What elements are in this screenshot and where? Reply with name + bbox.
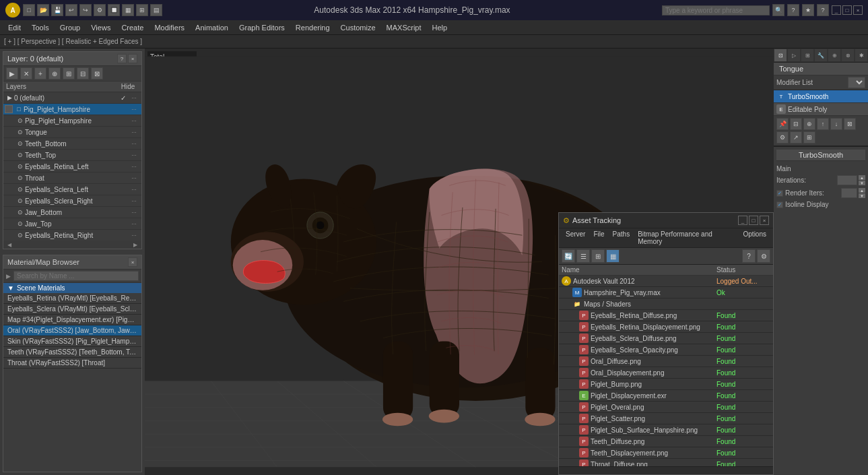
mat-item[interactable]: Skin (VRayFastSSS2) [Pig_Piglet_Hampshir… xyxy=(3,336,141,347)
layer-item[interactable]: ⊙ Jaw_Top ··· xyxy=(3,218,141,230)
scroll-left[interactable]: ◀ xyxy=(6,241,13,248)
mat-item[interactable]: Throat (VRayFastSSS2) [Throat] xyxy=(3,358,141,369)
menu-customize[interactable]: Customize xyxy=(335,22,381,33)
scene-materials-header[interactable]: ▼ Scene Materials xyxy=(3,283,141,293)
at-tool-3[interactable]: ⊞ xyxy=(591,249,605,263)
layer-tool-7[interactable]: ⊠ xyxy=(91,67,103,80)
render-iters-checkbox[interactable]: ✓ xyxy=(776,190,783,197)
at-row[interactable]: 📁 Maps / Shaders xyxy=(559,298,773,310)
layer-tool-select[interactable]: ▶ xyxy=(6,67,18,80)
render-iters-down[interactable]: ▼ xyxy=(859,193,865,198)
at-maximize-btn[interactable]: □ xyxy=(749,216,758,225)
help1[interactable]: ? xyxy=(787,4,799,16)
rp-tab-motion[interactable]: ▷ xyxy=(787,49,801,62)
at-tool-1[interactable]: 🔄 xyxy=(562,249,575,263)
undo-btn[interactable]: ↩ xyxy=(65,4,77,16)
rp-ctrl-5[interactable]: ↓ xyxy=(830,118,842,130)
at-row[interactable]: P Teeth_Displacyement.png Found xyxy=(559,447,773,459)
menu-views[interactable]: Views xyxy=(86,22,116,33)
search-input[interactable] xyxy=(665,7,753,14)
at-menu-options[interactable]: Options xyxy=(739,229,770,247)
menu-rendering[interactable]: Rendering xyxy=(290,22,335,33)
at-row[interactable]: A Autodesk Vault 2012 Logged Out... xyxy=(559,276,773,287)
material-search-input[interactable] xyxy=(13,271,139,281)
at-minimize-btn[interactable]: _ xyxy=(738,216,747,225)
at-menu-file[interactable]: File xyxy=(589,229,608,247)
rp-ctrl-8[interactable]: ↗ xyxy=(790,131,802,144)
redo-btn[interactable]: ↪ xyxy=(79,4,92,16)
rp-tab-display[interactable]: ⊡ xyxy=(774,49,787,62)
at-menu-paths[interactable]: Paths xyxy=(609,229,634,247)
rp-ctrl-6[interactable]: ⊠ xyxy=(844,118,856,130)
iterations-down[interactable]: ▼ xyxy=(859,181,865,185)
rp-ctrl-2[interactable]: ⊟ xyxy=(790,118,802,130)
layer-item[interactable]: ⊙ Jaw_Bottom ··· xyxy=(3,207,141,218)
help3[interactable]: ? xyxy=(817,4,829,16)
at-row[interactable]: P Eyeballs_Retina_Diffuse.png Found xyxy=(559,310,773,321)
render-iters-input[interactable]: 2 xyxy=(841,188,857,198)
layer-tool-4[interactable]: ⊕ xyxy=(48,67,61,80)
mat-item[interactable]: Eyeballs_Retina (VRayMtl) [Eyeballs_Reti… xyxy=(3,293,141,304)
render-iters-up[interactable]: ▲ xyxy=(859,188,865,193)
new-btn[interactable]: □ xyxy=(23,4,35,16)
asset-tracking-scrollbar[interactable] xyxy=(559,466,773,474)
layer-item[interactable]: ⊙ Eyeballs_Retina_Right ··· xyxy=(3,230,141,241)
at-row[interactable]: P Teeth_Diffuse.png Found xyxy=(559,436,773,447)
layer-item[interactable]: ⊙ Teeth_Bottom ··· xyxy=(3,138,141,150)
viewport-area[interactable]: Total Polys: 25 894 Tris: 30 084 Edges: … xyxy=(145,49,774,475)
layer-item[interactable]: ⊙ Tongue ··· xyxy=(3,127,141,138)
menu-modifiers[interactable]: Modifiers xyxy=(149,22,190,33)
at-tool-4[interactable]: ▦ xyxy=(606,249,620,263)
at-row[interactable]: P Piglet_Sub_Surface_Hanpshire.png Found xyxy=(559,424,773,436)
at-row[interactable]: P Eyeballs_Retina_Displacyement.png Foun… xyxy=(559,321,773,333)
at-row[interactable]: P Eyeballs_Sclera_Diffuse.png Found xyxy=(559,333,773,344)
menu-group[interactable]: Group xyxy=(55,22,86,33)
at-tool-help[interactable]: ? xyxy=(742,249,756,263)
scroll-right[interactable]: ▶ xyxy=(132,241,139,248)
menu-graph-editors[interactable]: Graph Editors xyxy=(234,22,290,33)
layer-item[interactable]: ▶ 0 (default) ✓ ··· xyxy=(3,92,141,104)
mat-item[interactable]: Map #34(Piglet_Displacyement.exr) [Pig_P… xyxy=(3,315,141,325)
at-row[interactable]: E Piglet_Displacyement.exr Found xyxy=(559,390,773,402)
layers-close-btn[interactable]: × xyxy=(128,54,137,63)
at-menu-server[interactable]: Server xyxy=(562,229,589,247)
material-browser-close[interactable]: × xyxy=(128,257,137,267)
modifier-dropdown[interactable] xyxy=(848,77,865,88)
t2[interactable]: 🔲 xyxy=(108,4,120,16)
menu-tools[interactable]: Tools xyxy=(26,22,55,33)
rp-ctrl-pin[interactable]: 📌 xyxy=(776,118,789,130)
at-close-btn[interactable]: × xyxy=(760,216,769,225)
modifier-item-editablepoly[interactable]: E Editable Poly xyxy=(774,103,868,116)
rp-ctrl-3[interactable]: ⊕ xyxy=(803,118,815,130)
at-row[interactable]: P Piglet_Overal.png Found xyxy=(559,402,773,413)
search-box[interactable] xyxy=(662,5,770,15)
mat-item[interactable]: Teeth (VRayFastSSS2) [Teeth_Bottom, Teet… xyxy=(3,347,141,358)
iterations-input[interactable]: 0 xyxy=(837,175,857,185)
maximize-btn[interactable]: □ xyxy=(842,5,852,15)
at-row[interactable]: P Piglet_Bump.png Found xyxy=(559,379,773,390)
menu-help[interactable]: Help xyxy=(427,22,453,33)
at-row[interactable]: P Eyeballs_Sclera_Opacity.png Found xyxy=(559,344,773,356)
rp-tab-5[interactable]: ⊕ xyxy=(828,49,841,62)
layers-help-btn[interactable]: ? xyxy=(117,54,127,63)
mat-item[interactable]: Oral (VRayFastSSS2) [Jaw_Bottom, Jaw_Top… xyxy=(3,325,141,336)
layer-item[interactable]: ⊙ Eyeballs_Sclera_Left ··· xyxy=(3,184,141,195)
layer-item[interactable]: ⊙ Pig_Piglet_Hampshire ··· xyxy=(3,115,141,127)
modifier-item-turbosmooth[interactable]: T TurboSmooth xyxy=(774,90,868,103)
help2[interactable]: ★ xyxy=(802,4,814,16)
save-btn[interactable]: 💾 xyxy=(51,4,63,16)
rp-tab-utility[interactable]: 🔧 xyxy=(814,49,828,62)
menu-edit[interactable]: Edit xyxy=(3,22,26,33)
layer-tool-x[interactable]: ✕ xyxy=(20,67,32,80)
layer-item[interactable]: ⊙ Teeth_Top ··· xyxy=(3,150,141,161)
menu-create[interactable]: Create xyxy=(116,22,149,33)
layer-tool-6[interactable]: ⊟ xyxy=(77,67,89,80)
minimize-btn[interactable]: _ xyxy=(832,5,841,15)
layer-item[interactable]: ⊙ Eyeballs_Sclera_Right ··· xyxy=(3,195,141,207)
open-btn[interactable]: 📂 xyxy=(37,4,49,16)
at-row[interactable]: P Piglet_Scatter.png Found xyxy=(559,413,773,424)
layer-item[interactable]: ⊙ Throat ··· xyxy=(3,172,141,184)
at-menu-bitmap[interactable]: Bitmap Performance and Memory xyxy=(634,229,739,247)
iterations-up[interactable]: ▲ xyxy=(859,175,865,180)
rp-tab-7[interactable]: ✱ xyxy=(855,49,868,62)
